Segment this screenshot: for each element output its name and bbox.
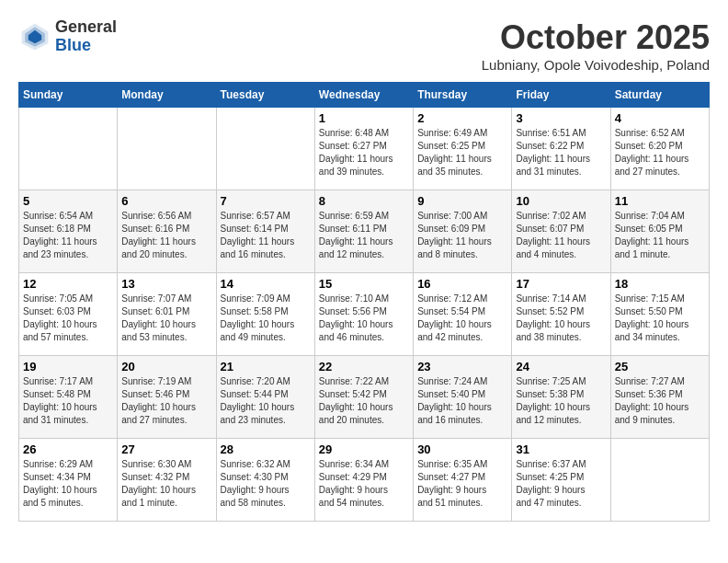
calendar-cell bbox=[19, 108, 118, 190]
cell-day-number: 27 bbox=[121, 442, 211, 456]
cell-day-number: 3 bbox=[516, 111, 606, 125]
cell-daylight-info: Sunrise: 6:30 AM Sunset: 4:32 PM Dayligh… bbox=[121, 458, 211, 510]
calendar-week-row: 26Sunrise: 6:29 AM Sunset: 4:34 PM Dayli… bbox=[19, 439, 710, 522]
cell-day-number: 2 bbox=[417, 111, 507, 125]
calendar-cell: 10Sunrise: 7:02 AM Sunset: 6:07 PM Dayli… bbox=[512, 190, 610, 273]
cell-daylight-info: Sunrise: 7:10 AM Sunset: 5:56 PM Dayligh… bbox=[319, 293, 409, 344]
cell-daylight-info: Sunrise: 7:12 AM Sunset: 5:54 PM Dayligh… bbox=[417, 293, 507, 344]
cell-daylight-info: Sunrise: 6:52 AM Sunset: 6:20 PM Dayligh… bbox=[615, 127, 705, 178]
cell-day-number: 18 bbox=[615, 277, 705, 291]
calendar-cell: 28Sunrise: 6:32 AM Sunset: 4:30 PM Dayli… bbox=[216, 439, 314, 522]
calendar-cell: 22Sunrise: 7:22 AM Sunset: 5:42 PM Dayli… bbox=[314, 356, 413, 439]
cell-daylight-info: Sunrise: 7:25 AM Sunset: 5:38 PM Dayligh… bbox=[516, 375, 606, 427]
calendar-cell: 16Sunrise: 7:12 AM Sunset: 5:54 PM Dayli… bbox=[414, 273, 512, 356]
calendar-cell: 2Sunrise: 6:49 AM Sunset: 6:25 PM Daylig… bbox=[414, 108, 512, 190]
calendar-cell: 14Sunrise: 7:09 AM Sunset: 5:58 PM Dayli… bbox=[216, 273, 314, 356]
cell-daylight-info: Sunrise: 6:49 AM Sunset: 6:25 PM Dayligh… bbox=[417, 127, 507, 178]
calendar-cell: 18Sunrise: 7:15 AM Sunset: 5:50 PM Dayli… bbox=[610, 273, 709, 356]
cell-daylight-info: Sunrise: 7:17 AM Sunset: 5:48 PM Dayligh… bbox=[23, 375, 113, 427]
cell-day-number: 23 bbox=[417, 360, 507, 373]
cell-daylight-info: Sunrise: 6:48 AM Sunset: 6:27 PM Dayligh… bbox=[319, 127, 409, 178]
calendar-cell: 25Sunrise: 7:27 AM Sunset: 5:36 PM Dayli… bbox=[610, 356, 709, 439]
cell-day-number: 19 bbox=[23, 360, 113, 373]
logo-text: General Blue bbox=[55, 18, 117, 55]
title-block: October 2025 Lubniany, Opole Voivodeship… bbox=[482, 18, 710, 73]
cell-daylight-info: Sunrise: 6:57 AM Sunset: 6:14 PM Dayligh… bbox=[221, 210, 311, 261]
cell-daylight-info: Sunrise: 6:56 AM Sunset: 6:16 PM Dayligh… bbox=[121, 210, 211, 261]
cell-daylight-info: Sunrise: 6:35 AM Sunset: 4:27 PM Dayligh… bbox=[417, 458, 507, 510]
calendar-cell: 17Sunrise: 7:14 AM Sunset: 5:52 PM Dayli… bbox=[512, 273, 610, 356]
cell-daylight-info: Sunrise: 7:20 AM Sunset: 5:44 PM Dayligh… bbox=[221, 375, 311, 427]
calendar-cell: 21Sunrise: 7:20 AM Sunset: 5:44 PM Dayli… bbox=[216, 356, 314, 439]
cell-daylight-info: Sunrise: 6:51 AM Sunset: 6:22 PM Dayligh… bbox=[516, 127, 606, 178]
calendar-cell: 30Sunrise: 6:35 AM Sunset: 4:27 PM Dayli… bbox=[414, 439, 512, 522]
cell-daylight-info: Sunrise: 7:07 AM Sunset: 6:01 PM Dayligh… bbox=[121, 293, 211, 344]
cell-daylight-info: Sunrise: 6:54 AM Sunset: 6:18 PM Dayligh… bbox=[23, 210, 113, 261]
calendar-cell: 8Sunrise: 6:59 AM Sunset: 6:11 PM Daylig… bbox=[314, 190, 413, 273]
cell-day-number: 26 bbox=[23, 442, 113, 456]
cell-daylight-info: Sunrise: 6:59 AM Sunset: 6:11 PM Dayligh… bbox=[319, 210, 409, 261]
calendar-cell: 4Sunrise: 6:52 AM Sunset: 6:20 PM Daylig… bbox=[610, 108, 709, 190]
calendar-cell: 23Sunrise: 7:24 AM Sunset: 5:40 PM Dayli… bbox=[414, 356, 512, 439]
cell-daylight-info: Sunrise: 6:34 AM Sunset: 4:29 PM Dayligh… bbox=[319, 458, 409, 510]
cell-daylight-info: Sunrise: 7:09 AM Sunset: 5:58 PM Dayligh… bbox=[221, 293, 311, 344]
cell-daylight-info: Sunrise: 7:00 AM Sunset: 6:09 PM Dayligh… bbox=[417, 210, 507, 261]
day-header: Monday bbox=[118, 83, 216, 108]
cell-day-number: 11 bbox=[615, 194, 705, 208]
day-header: Wednesday bbox=[314, 83, 413, 108]
calendar-cell: 31Sunrise: 6:37 AM Sunset: 4:25 PM Dayli… bbox=[512, 439, 610, 522]
cell-daylight-info: Sunrise: 6:37 AM Sunset: 4:25 PM Dayligh… bbox=[516, 458, 606, 510]
calendar-cell: 7Sunrise: 6:57 AM Sunset: 6:14 PM Daylig… bbox=[216, 190, 314, 273]
cell-day-number: 24 bbox=[516, 360, 606, 373]
calendar-cell: 24Sunrise: 7:25 AM Sunset: 5:38 PM Dayli… bbox=[512, 356, 610, 439]
cell-daylight-info: Sunrise: 7:24 AM Sunset: 5:40 PM Dayligh… bbox=[417, 375, 507, 427]
cell-daylight-info: Sunrise: 6:29 AM Sunset: 4:34 PM Dayligh… bbox=[23, 458, 113, 510]
calendar-cell: 26Sunrise: 6:29 AM Sunset: 4:34 PM Dayli… bbox=[19, 439, 118, 522]
calendar-cell: 11Sunrise: 7:04 AM Sunset: 6:05 PM Dayli… bbox=[610, 190, 709, 273]
cell-day-number: 1 bbox=[319, 111, 409, 125]
calendar-week-row: 12Sunrise: 7:05 AM Sunset: 6:03 PM Dayli… bbox=[19, 273, 710, 356]
calendar-cell: 1Sunrise: 6:48 AM Sunset: 6:27 PM Daylig… bbox=[314, 108, 413, 190]
calendar-cell: 19Sunrise: 7:17 AM Sunset: 5:48 PM Dayli… bbox=[19, 356, 118, 439]
day-header: Sunday bbox=[19, 83, 118, 108]
cell-day-number: 5 bbox=[23, 194, 113, 208]
cell-day-number: 31 bbox=[516, 442, 606, 456]
cell-day-number: 16 bbox=[417, 277, 507, 291]
calendar-cell: 12Sunrise: 7:05 AM Sunset: 6:03 PM Dayli… bbox=[19, 273, 118, 356]
cell-daylight-info: Sunrise: 7:04 AM Sunset: 6:05 PM Dayligh… bbox=[615, 210, 705, 261]
cell-day-number: 15 bbox=[319, 277, 409, 291]
cell-day-number: 7 bbox=[221, 194, 311, 208]
cell-day-number: 13 bbox=[121, 277, 211, 291]
location-subtitle: Lubniany, Opole Voivodeship, Poland bbox=[482, 57, 710, 73]
day-header: Thursday bbox=[414, 83, 512, 108]
cell-daylight-info: Sunrise: 7:02 AM Sunset: 6:07 PM Dayligh… bbox=[516, 210, 606, 261]
cell-day-number: 12 bbox=[23, 277, 113, 291]
logo: General Blue bbox=[18, 18, 117, 55]
logo-icon bbox=[18, 20, 51, 53]
day-header: Tuesday bbox=[216, 83, 314, 108]
month-title: October 2025 bbox=[482, 18, 710, 57]
calendar-cell: 20Sunrise: 7:19 AM Sunset: 5:46 PM Dayli… bbox=[118, 356, 216, 439]
calendar-cell bbox=[216, 108, 314, 190]
cell-day-number: 8 bbox=[319, 194, 409, 208]
day-header: Friday bbox=[512, 83, 610, 108]
cell-day-number: 4 bbox=[615, 111, 705, 125]
cell-day-number: 28 bbox=[221, 442, 311, 456]
cell-day-number: 30 bbox=[417, 442, 507, 456]
calendar-cell bbox=[610, 439, 709, 522]
cell-daylight-info: Sunrise: 7:14 AM Sunset: 5:52 PM Dayligh… bbox=[516, 293, 606, 344]
calendar-cell: 15Sunrise: 7:10 AM Sunset: 5:56 PM Dayli… bbox=[314, 273, 413, 356]
calendar-header-row: SundayMondayTuesdayWednesdayThursdayFrid… bbox=[19, 83, 710, 108]
logo-blue: Blue bbox=[55, 37, 117, 55]
logo-general: General bbox=[55, 18, 117, 37]
calendar-cell: 29Sunrise: 6:34 AM Sunset: 4:29 PM Dayli… bbox=[314, 439, 413, 522]
cell-day-number: 22 bbox=[319, 360, 409, 373]
cell-day-number: 25 bbox=[615, 360, 705, 373]
cell-day-number: 9 bbox=[417, 194, 507, 208]
calendar-cell: 27Sunrise: 6:30 AM Sunset: 4:32 PM Dayli… bbox=[118, 439, 216, 522]
cell-day-number: 21 bbox=[221, 360, 311, 373]
day-header: Saturday bbox=[610, 83, 709, 108]
cell-daylight-info: Sunrise: 7:27 AM Sunset: 5:36 PM Dayligh… bbox=[615, 375, 705, 427]
calendar-table: SundayMondayTuesdayWednesdayThursdayFrid… bbox=[18, 82, 710, 522]
calendar-cell: 3Sunrise: 6:51 AM Sunset: 6:22 PM Daylig… bbox=[512, 108, 610, 190]
